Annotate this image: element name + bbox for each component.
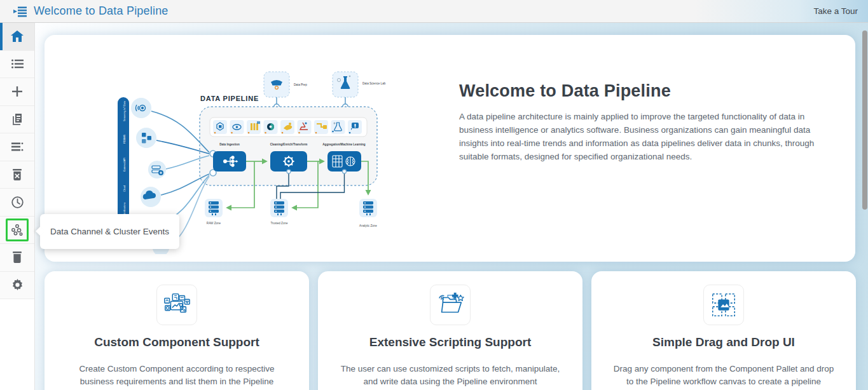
svg-text:External API: External API — [123, 158, 126, 171]
sidebar-tooltip: Data Channel & Cluster Events — [40, 214, 179, 249]
menu-dots-icon — [11, 142, 24, 151]
page-title: Welcome to Data Pipeline — [34, 4, 169, 18]
svg-text:Streaming IoT Data: Streaming IoT Data — [123, 100, 126, 121]
svg-text:RDBMS: RDBMS — [123, 135, 126, 144]
svg-text:Aggregation/Machine Learning: Aggregation/Machine Learning — [322, 143, 366, 146]
feature-description: The user can use customized scripts to f… — [318, 363, 582, 387]
scripting-icon: R — [430, 285, 471, 325]
feature-card-custom-component: Custom Component Support Create Custom C… — [45, 271, 309, 390]
highlight-frame — [6, 219, 29, 241]
sidebar-item-data-channel-cluster-events[interactable] — [0, 217, 34, 245]
main-content: DATA PIPELINE Data Prep — [35, 23, 868, 390]
feature-title: Extensive Scripting Support — [318, 335, 582, 349]
svg-text:Data Science Lab: Data Science Lab — [362, 82, 386, 85]
drag-drop-icon — [703, 285, 744, 325]
hero-description: A data pipeline architecture is mainly a… — [459, 110, 841, 163]
pages-copy-icon — [11, 114, 23, 125]
gear-icon — [11, 279, 24, 291]
svg-text:R: R — [441, 295, 444, 301]
trash-x-icon — [12, 169, 22, 180]
clock-icon — [11, 196, 24, 208]
zone-tiles: RAW Zone Trusted Zone — [205, 199, 377, 227]
scrollbar-track — [862, 24, 868, 390]
sidebar-item-home[interactable] — [0, 23, 34, 51]
tooltip-text: Data Channel & Cluster Events — [50, 227, 169, 236]
trash-icon — [12, 252, 22, 263]
data-science-lab-node: Data Science Lab — [333, 72, 386, 109]
scrollbar-thumb[interactable] — [862, 30, 867, 210]
feature-description: Drag any component from the Component Pa… — [591, 363, 856, 390]
take-a-tour-button[interactable]: Take a Tour — [813, 6, 858, 16]
transform-icon — [284, 156, 294, 167]
custom-component-icon — [156, 285, 197, 325]
svg-text:Data Ingestion: Data Ingestion — [219, 143, 240, 146]
svg-text:Trusted Zone: Trusted Zone — [270, 222, 288, 225]
plus-icon — [12, 86, 22, 97]
stage-boxes — [213, 151, 361, 173]
svg-text:Cleaning/Enrich/Transform: Cleaning/Enrich/Transform — [270, 143, 308, 146]
home-icon — [11, 30, 24, 42]
feature-description: Create Custom Component according to res… — [45, 363, 309, 390]
sidebar-item-trash[interactable] — [0, 244, 34, 272]
sources-rail: Streaming IoT Data RDBMS External API Cl… — [118, 97, 129, 222]
svg-text:RAW Zone: RAW Zone — [207, 222, 221, 225]
hero-title: Welcome to Data Pipeline — [459, 81, 841, 101]
data-prep-node: Data Prep — [264, 72, 307, 109]
sidebar-item-templates[interactable] — [0, 106, 34, 134]
svg-text:Analytic Zone: Analytic Zone — [359, 224, 377, 227]
cluster-icon — [11, 224, 24, 236]
bullet-list-icon — [11, 59, 24, 69]
diagram-title: DATA PIPELINE — [200, 95, 259, 102]
component-tiles — [210, 118, 367, 137]
svg-text:Cloud: Cloud — [123, 185, 126, 192]
sidebar-item-settings[interactable] — [0, 272, 34, 300]
sidebar-item-create-new[interactable] — [0, 78, 34, 106]
feature-card-scripting: R Extensive Scripting Support The user c… — [318, 271, 582, 390]
sidebar-item-recycle-bin-clear[interactable] — [0, 161, 34, 189]
left-sidebar — [0, 23, 35, 390]
feature-title: Simple Drag and Drop UI — [591, 335, 856, 349]
menu-open-icon[interactable] — [13, 6, 27, 17]
sidebar-item-list-details[interactable] — [0, 133, 34, 161]
sidebar-item-pipeline-list[interactable] — [0, 51, 34, 79]
feature-title: Custom Component Support — [45, 335, 309, 349]
sidebar-item-history[interactable] — [0, 189, 34, 217]
svg-text:Data Prep: Data Prep — [294, 83, 307, 86]
feature-card-drag-drop: Simple Drag and Drop UI Drag any compone… — [591, 271, 856, 390]
top-header: Welcome to Data Pipeline Take a Tour — [0, 0, 868, 23]
